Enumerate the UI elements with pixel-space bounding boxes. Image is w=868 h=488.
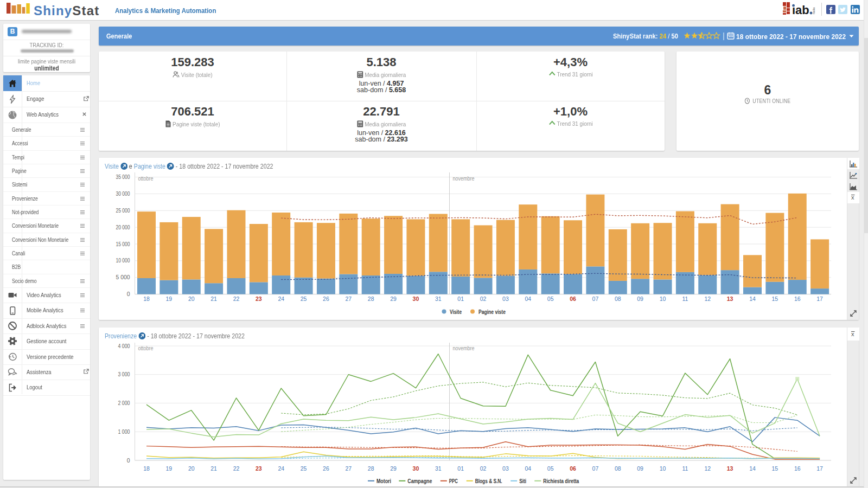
svg-text:12: 12 (704, 296, 711, 302)
svg-text:09: 09 (637, 296, 643, 302)
svg-text:Campagne: Campagne (407, 478, 432, 484)
svg-text:15 000: 15 000 (116, 241, 130, 247)
svg-text:20 000: 20 000 (116, 224, 130, 230)
svg-text:2 000: 2 000 (118, 400, 130, 406)
svg-text:1 000: 1 000 (118, 428, 130, 435)
svg-text:25 000: 25 000 (116, 207, 130, 214)
svg-text:30 000: 30 000 (116, 190, 130, 197)
svg-text:25: 25 (301, 465, 307, 472)
svg-text:07: 07 (592, 465, 599, 472)
svg-text:novembre: novembre (453, 175, 475, 182)
svg-text:04: 04 (525, 465, 531, 472)
svg-text:Pagine viste: Pagine viste (478, 309, 506, 315)
svg-text:04: 04 (525, 296, 531, 302)
svg-text:Visite: Visite (450, 309, 462, 315)
svg-text:0: 0 (127, 291, 130, 297)
svg-text:30: 30 (413, 296, 419, 302)
svg-text:Blogs & S.N.: Blogs & S.N. (475, 478, 502, 484)
svg-text:20: 20 (188, 296, 195, 302)
svg-text:21: 21 (210, 465, 217, 472)
svg-text:30: 30 (413, 465, 419, 472)
svg-text:27: 27 (345, 465, 352, 472)
svg-text:06: 06 (570, 465, 576, 472)
svg-text:06: 06 (570, 296, 576, 302)
svg-text:28: 28 (368, 296, 374, 302)
svg-text:27: 27 (345, 296, 352, 302)
svg-text:24: 24 (278, 296, 284, 302)
svg-text:14: 14 (749, 465, 756, 472)
svg-text:02: 02 (480, 296, 487, 302)
svg-text:20: 20 (188, 465, 195, 472)
svg-text:05: 05 (547, 296, 554, 302)
svg-text:05: 05 (547, 465, 554, 472)
svg-text:16: 16 (794, 296, 801, 302)
svg-text:5 000: 5 000 (116, 274, 130, 280)
svg-text:17: 17 (816, 296, 823, 302)
svg-text:novembre: novembre (453, 345, 475, 351)
svg-text:09: 09 (637, 465, 643, 472)
svg-text:21: 21 (210, 296, 217, 302)
svg-text:19: 19 (166, 296, 173, 302)
svg-text:18: 18 (143, 465, 150, 472)
svg-text:03: 03 (502, 296, 509, 302)
svg-text:23: 23 (256, 296, 262, 302)
svg-text:Richiesta diretta: Richiesta diretta (543, 478, 579, 484)
svg-text:29: 29 (390, 296, 397, 302)
svg-text:02: 02 (480, 465, 487, 472)
svg-text:ottobre: ottobre (138, 175, 154, 182)
svg-text:13: 13 (727, 296, 733, 302)
svg-text:18: 18 (143, 296, 150, 302)
svg-text:15: 15 (772, 465, 778, 472)
svg-text:23: 23 (256, 465, 262, 472)
svg-text:Italia: Italia (812, 7, 815, 14)
svg-text:ottobre: ottobre (138, 345, 154, 351)
svg-text:13: 13 (727, 465, 733, 472)
svg-text:31: 31 (435, 465, 442, 472)
svg-text:22: 22 (233, 296, 240, 302)
svg-text:31: 31 (435, 296, 442, 302)
svg-text:16: 16 (794, 465, 801, 472)
svg-text:10 000: 10 000 (116, 257, 130, 264)
svg-text:28: 28 (368, 465, 374, 472)
svg-text:0: 0 (127, 457, 130, 464)
svg-text:11: 11 (682, 465, 688, 472)
svg-text:10: 10 (660, 296, 666, 302)
svg-text:26: 26 (323, 296, 329, 302)
svg-text:11: 11 (682, 296, 688, 302)
svg-text:08: 08 (615, 465, 621, 472)
svg-text:19: 19 (166, 465, 173, 472)
svg-text:22: 22 (233, 465, 240, 472)
svg-text:01: 01 (457, 296, 464, 302)
svg-text:PPC: PPC (449, 478, 458, 484)
svg-text:07: 07 (592, 296, 599, 302)
svg-text:12: 12 (704, 465, 711, 472)
svg-text:03: 03 (502, 465, 509, 472)
svg-text:15: 15 (772, 296, 778, 302)
svg-text:14: 14 (749, 296, 756, 302)
svg-text:17: 17 (816, 465, 823, 472)
svg-text:08: 08 (615, 296, 621, 302)
svg-text:25: 25 (301, 296, 307, 302)
svg-text:Siti: Siti (519, 478, 526, 484)
svg-text:10: 10 (660, 465, 666, 472)
svg-text:3 000: 3 000 (118, 371, 130, 377)
svg-text:24: 24 (278, 465, 284, 472)
svg-text:35 000: 35 000 (116, 174, 130, 180)
svg-text:4 000: 4 000 (118, 343, 130, 349)
svg-text:Motori: Motori (376, 478, 391, 484)
svg-text:29: 29 (390, 465, 397, 472)
svg-text:01: 01 (457, 465, 464, 472)
svg-text:26: 26 (323, 465, 329, 472)
